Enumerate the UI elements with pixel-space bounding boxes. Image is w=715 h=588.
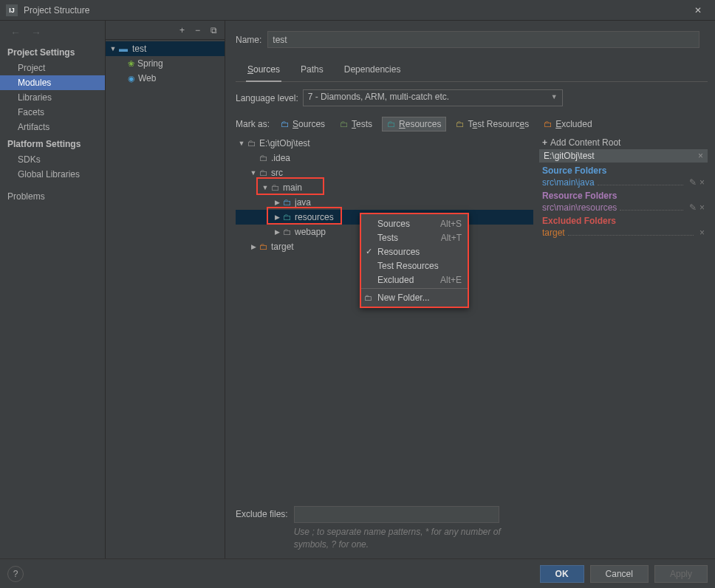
source-tree: ▼🗀E:\gitObj\test 🗀.idea ▼🗀src ▼🗀main ▶🗀j… [236, 136, 533, 500]
excluded-folder-entry[interactable]: target× [542, 228, 705, 238]
nav-back-icon[interactable]: ← [10, 27, 21, 38]
nav-artifacts[interactable]: Artifacts [0, 120, 105, 134]
folder-icon: 🗀 [270, 182, 281, 193]
facet-web-label: Web [138, 73, 156, 83]
folder-resources-icon: 🗀 [387, 119, 396, 129]
tree-main[interactable]: ▼🗀main [236, 180, 533, 195]
ctx-excluded[interactable]: ExcludedAlt+E [361, 273, 468, 287]
spring-icon: ❀ [128, 59, 134, 69]
ctx-test-resources[interactable]: Test Resources [361, 259, 468, 273]
tree-root[interactable]: ▼🗀E:\gitObj\test [236, 136, 533, 151]
titlebar: IJ Project Structure ✕ [0, 0, 715, 21]
ctx-new-folder[interactable]: 🗀New Folder... [361, 290, 468, 304]
source-folder-entry[interactable]: src\main\java✎× [542, 177, 705, 188]
nav-forward-icon[interactable]: → [31, 27, 41, 38]
ctx-tests[interactable]: TestsAlt+T [361, 230, 468, 245]
nav-project[interactable]: Project [0, 61, 105, 75]
mark-as-context-menu: SourcesAlt+S TestsAlt+T ✓Resources Test … [360, 213, 469, 308]
facet-web[interactable]: ◉ Web [106, 71, 225, 86]
language-level-select[interactable]: 7 - Diamonds, ARM, multi-catch etc. ▼ [303, 89, 563, 106]
exclude-files-input[interactable] [294, 506, 499, 523]
chevron-down-icon: ▼ [551, 93, 558, 100]
exclude-files-label: Exclude files: [236, 506, 288, 519]
folder-sources-icon: 🗀 [281, 119, 290, 129]
mark-tests[interactable]: 🗀Tests [335, 117, 377, 131]
remove-icon[interactable]: × [699, 202, 705, 213]
module-tabs: Sources Paths Dependencies [236, 61, 708, 82]
folder-icon: 🗀 [258, 153, 270, 163]
module-icon: ▬ [117, 44, 129, 54]
mark-excluded[interactable]: 🗀Excluded [538, 117, 597, 131]
cancel-button[interactable]: Cancel [590, 565, 649, 583]
settings-nav: ← → Project Settings Project Modules Lib… [0, 21, 106, 558]
nav-problems[interactable]: Problems [0, 189, 105, 204]
folder-resource-icon: 🗀 [281, 212, 293, 222]
folder-tests-icon: 🗀 [340, 119, 349, 129]
folder-source-icon: 🗀 [281, 197, 293, 208]
tab-paths[interactable]: Paths [299, 61, 325, 81]
remove-icon[interactable]: × [699, 177, 705, 188]
add-content-root[interactable]: +Add Content Root [539, 136, 708, 149]
module-panel: + − ⧉ ▼ ▬ test ❀ Spring ◉ Web [106, 21, 225, 558]
folder-icon: 🗀 [281, 227, 293, 237]
separator [361, 288, 468, 289]
language-level-value: 7 - Diamonds, ARM, multi-catch etc. [308, 92, 449, 102]
remove-module-icon[interactable]: − [195, 25, 200, 35]
nav-libraries[interactable]: Libraries [0, 90, 105, 105]
edit-icon[interactable]: ✎ [689, 202, 697, 213]
nav-sdks[interactable]: SDKs [0, 152, 105, 167]
check-icon: ✓ [366, 247, 372, 256]
app-icon: IJ [6, 4, 18, 16]
close-icon[interactable]: ✕ [687, 5, 709, 16]
content-root-path[interactable]: E:\gitObj\test× [539, 149, 708, 163]
tree-idea[interactable]: 🗀.idea [236, 151, 533, 165]
nav-modules[interactable]: Modules [0, 75, 105, 90]
plus-icon: + [542, 137, 547, 148]
excluded-folders-title: Excluded Folders [542, 216, 705, 226]
tree-src[interactable]: ▼🗀src [236, 165, 533, 180]
mark-as-label: Mark as: [236, 119, 270, 129]
module-name-input[interactable] [267, 31, 699, 48]
resource-folder-entry[interactable]: src\main\resources✎× [542, 202, 705, 213]
tab-sources[interactable]: Sources [246, 61, 281, 82]
project-settings-header: Project Settings [0, 43, 105, 61]
edit-icon[interactable]: ✎ [689, 177, 697, 188]
remove-icon[interactable]: × [699, 228, 705, 238]
source-folders-title: Source Folders [542, 165, 705, 176]
help-button[interactable]: ? [7, 566, 24, 582]
resource-folders-title: Resource Folders [542, 191, 705, 201]
tab-dependencies[interactable]: Dependencies [343, 61, 403, 81]
folder-icon: 🗀 [246, 138, 258, 148]
nav-global-libraries[interactable]: Global Libraries [0, 167, 105, 182]
nav-facets[interactable]: Facets [0, 105, 105, 120]
window-title: Project Structure [24, 5, 687, 16]
mark-sources[interactable]: 🗀Sources [276, 117, 330, 131]
ctx-resources[interactable]: ✓Resources [361, 245, 468, 259]
facet-spring[interactable]: ❀ Spring [106, 56, 225, 71]
remove-root-icon[interactable]: × [698, 151, 703, 161]
language-level-label: Language level: [236, 93, 298, 103]
name-label: Name: [236, 35, 261, 45]
module-label: test [132, 44, 146, 54]
platform-settings-header: Platform Settings [0, 134, 105, 152]
apply-button[interactable]: Apply [654, 565, 708, 583]
exclude-files-hint: Use ; to separate name patterns, * for a… [294, 526, 516, 551]
web-icon: ◉ [128, 74, 135, 83]
ok-button[interactable]: OK [540, 565, 584, 583]
dialog-footer: ? OK Cancel Apply [0, 558, 715, 588]
folder-excluded-icon: 🗀 [258, 242, 270, 252]
add-module-icon[interactable]: + [179, 25, 185, 35]
mark-resources[interactable]: 🗀Resources [382, 117, 446, 131]
facet-spring-label: Spring [137, 58, 163, 69]
mark-test-resources[interactable]: 🗀Test Resources [451, 117, 534, 131]
new-folder-icon: 🗀 [364, 293, 372, 302]
module-test[interactable]: ▼ ▬ test [106, 41, 225, 56]
tree-java[interactable]: ▶🗀java [236, 195, 533, 210]
copy-module-icon[interactable]: ⧉ [211, 25, 217, 35]
folder-excluded-icon: 🗀 [544, 119, 552, 129]
folder-icon: 🗀 [258, 168, 270, 178]
folder-test-resources-icon: 🗀 [456, 119, 465, 129]
content-roots-panel: +Add Content Root E:\gitObj\test× Source… [539, 136, 708, 500]
module-editor: Name: Sources Paths Dependencies Languag… [225, 21, 715, 558]
ctx-sources[interactable]: SourcesAlt+S [361, 216, 468, 230]
